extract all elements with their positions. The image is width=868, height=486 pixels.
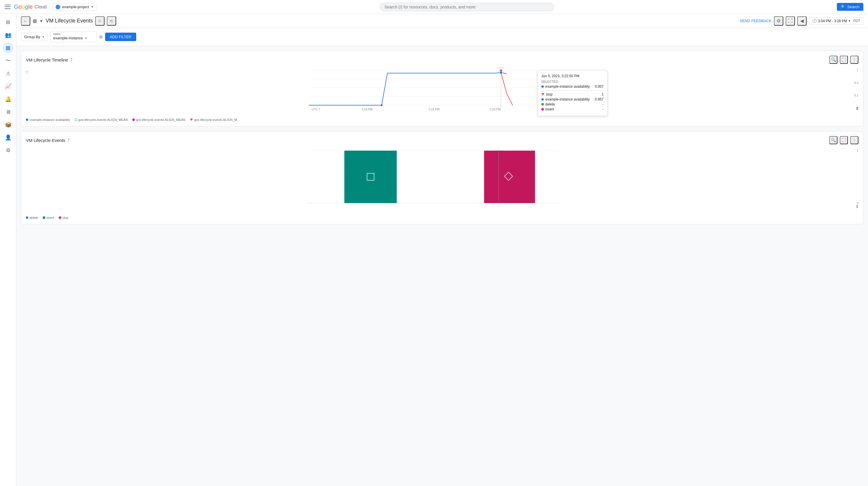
svg-text:UTC-7: UTC-7 <box>312 108 320 111</box>
storage-icon: 📦 <box>5 121 11 128</box>
y-axis-expand-button[interactable]: ⇕ <box>856 106 859 111</box>
tooltip-delete-square <box>541 103 544 106</box>
bar-legend-insert-label: insert <box>46 216 54 220</box>
tooltip-selected-row: example-instance availability 0.957 <box>541 85 604 89</box>
share-button[interactable]: ⎋ <box>107 16 116 26</box>
sidebar-item-profiler[interactable]: 📈 <box>2 80 14 92</box>
bar-legend-delete: delete <box>26 216 38 220</box>
svg-text:3:10 PM: 3:10 PM <box>362 108 372 111</box>
timeline-pin-icon[interactable]: ⤴ <box>70 57 72 62</box>
bar-more-button[interactable]: ⋮ <box>850 136 858 144</box>
legend-lifecycle-triangle-icon <box>190 119 193 121</box>
sidebar-item-monitoring[interactable]: ▦ <box>2 42 14 54</box>
collapse-panel-button[interactable]: ◀ <box>797 16 807 26</box>
project-name: example-project <box>62 5 89 9</box>
send-feedback-button[interactable]: SEND FEEDBACK <box>740 19 772 23</box>
sidebar-item-storage[interactable]: 📦 <box>2 119 14 131</box>
tooltip-selected-dot <box>541 85 544 88</box>
bar-fullscreen-button[interactable]: ⛶ <box>840 136 848 144</box>
legend-availability: example-instance availability <box>26 118 70 121</box>
timeline-legend: example-instance availability gce-lifecy… <box>26 118 858 121</box>
bar-legend-delete-label: delete <box>29 216 38 220</box>
sidebar-item-settings[interactable]: ⚙ <box>2 144 14 156</box>
timeline-chart-header: VM Lifecycle Timeline ⤴ 🔍 ⛶ ⋮ <box>26 56 858 64</box>
timeline-fullscreen-button[interactable]: ⛶ <box>840 56 848 64</box>
filter-bar: Group By ▼ name example-instance ▼ ⊜ ADD… <box>16 28 868 46</box>
bar-chart-header: VM Lifecycle Events ⤴ 🔍 ⛶ ⋮ <box>26 136 858 144</box>
timezone-label: PDT <box>853 19 860 23</box>
group-by-dropdown[interactable]: Group By ▼ <box>21 33 48 41</box>
timeline-more-button[interactable]: ⋮ <box>850 56 858 64</box>
timeline-zoom-button[interactable]: 🔍 <box>829 56 837 64</box>
collapse-icon: ◀ <box>800 18 804 24</box>
home-icon: ⊞ <box>6 19 10 25</box>
search-button[interactable]: 🔍 Search <box>837 3 863 11</box>
dashboard-icon: 👥 <box>5 32 11 38</box>
fullscreen-button[interactable]: ⛶ <box>786 16 795 26</box>
name-filter-dropdown[interactable]: name example-instance ▼ <box>50 31 97 42</box>
bar-pin-icon[interactable]: ⤴ <box>67 138 69 142</box>
search-input[interactable] <box>384 5 549 9</box>
timeline-fullscreen-icon: ⛶ <box>842 57 846 62</box>
project-selector[interactable]: example-project ▼ <box>52 3 97 11</box>
filter-options-icon[interactable]: ⊜ <box>99 34 103 39</box>
tooltip-insert-row: insert - <box>541 107 604 111</box>
charts-area: VM Lifecycle Timeline ⤴ 🔍 ⛶ ⋮ ? <box>16 46 868 229</box>
timeline-chart-panel: VM Lifecycle Timeline ⤴ 🔍 ⛶ ⋮ ? <box>21 51 863 126</box>
logo-g: G <box>14 3 19 10</box>
group-by-label: Group By <box>24 35 40 39</box>
bar-insert-left <box>344 151 397 203</box>
time-range-selector[interactable]: 🕐 3:04 PM - 3:28 PM ▼ PDT <box>809 17 863 25</box>
tooltip-availability-label: example-instance availability <box>546 97 590 102</box>
sidebar-item-vm[interactable]: 🖥 <box>2 106 14 118</box>
bar-y-label-1: 1 <box>848 149 858 152</box>
sidebar-item-home[interactable]: ⊞ <box>2 16 14 28</box>
legend-lifecycle-triangle-label: gce-lifecycle-events ALIGN_M... <box>194 118 240 121</box>
time-range-value: 3:04 PM - 3:28 PM <box>818 19 847 23</box>
bar-legend-insert: insert <box>43 216 54 220</box>
star-icon: ☆ <box>98 18 102 24</box>
trace-icon: 〜 <box>5 57 11 64</box>
bar-zoom-button[interactable]: 🔍 <box>829 136 837 144</box>
sidebar-item-users[interactable]: 👤 <box>2 132 14 143</box>
legend-availability-dot <box>26 119 28 121</box>
legend-lifecycle-triangle: gce-lifecycle-events ALIGN_M... <box>190 118 240 121</box>
page-title: VM Lifecycle Events <box>46 18 93 24</box>
bar-legend-stop-label: stop <box>62 216 68 220</box>
legend-lifecycle-diamond-icon <box>132 118 135 121</box>
bar-y-axis-expand-button[interactable]: ⇕ <box>856 204 859 209</box>
help-icon[interactable]: ? <box>26 70 28 75</box>
settings-button[interactable]: ⚙ <box>774 16 783 26</box>
bar-stop-right <box>484 151 535 203</box>
tooltip-delete-row: delete - <box>541 102 604 106</box>
tooltip-stop-row: stop 1 <box>541 92 604 96</box>
error-icon: ⚠ <box>6 70 10 77</box>
bar-more-icon: ⋮ <box>852 138 856 142</box>
sidebar-item-errors[interactable]: ⚠ <box>2 67 14 79</box>
main-content: ← ▦ ▼ VM Lifecycle Events ☆ ⎋ SEND FEEDB… <box>16 14 868 486</box>
tooltip-date: Jun 5, 2023, 3:22:00 PM <box>541 74 604 78</box>
legend-lifecycle-square-icon <box>75 119 77 121</box>
bar-chart-area: UTC-7 3:10 PM 3:15 PM 3:20 PM 3:25 PM 1 … <box>26 148 858 215</box>
tooltip-delete-label: delete <box>546 102 555 106</box>
top-navigation: Google Cloud example-project ▼ 🔍 Search <box>0 0 868 14</box>
tooltip-insert-diamond <box>541 108 544 111</box>
logo-o2: o <box>22 3 25 10</box>
hamburger-menu[interactable] <box>5 4 10 10</box>
legend-availability-label: example-instance availability <box>29 118 70 121</box>
stop-triangle-icon <box>541 93 544 95</box>
project-dot <box>56 5 60 9</box>
tooltip-stop-value: 1 <box>602 92 604 96</box>
pink-event-dot <box>380 104 383 106</box>
sidebar-item-alerts[interactable]: 🔔 <box>2 93 14 105</box>
breadcrumb-dropdown[interactable]: ▼ <box>39 19 43 23</box>
sidebar-item-dashboard[interactable]: 👥 <box>2 29 14 41</box>
bar-legend-stop-diamond <box>58 216 61 219</box>
cursor-icon-bg <box>497 67 504 68</box>
sidebar-item-trace[interactable]: 〜 <box>2 55 14 66</box>
zoom-icon: 🔍 <box>831 57 836 62</box>
add-filter-button[interactable]: ADD FILTER <box>105 33 136 41</box>
back-button[interactable]: ← <box>21 16 30 26</box>
favorite-button[interactable]: ☆ <box>95 16 104 26</box>
gear-icon: ⚙ <box>777 18 781 24</box>
